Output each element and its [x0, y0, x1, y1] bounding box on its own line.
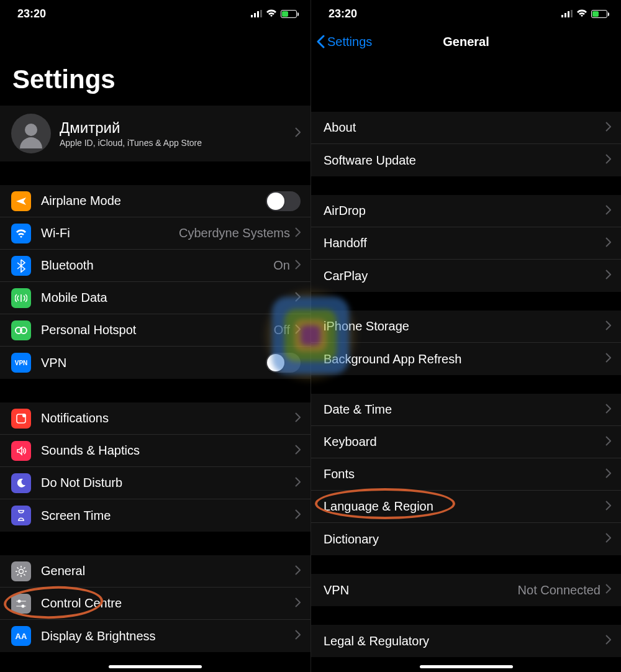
svg-rect-15 — [564, 13, 566, 17]
vpn-toggle[interactable] — [266, 353, 301, 373]
chevron-right-icon — [295, 127, 301, 140]
chevron-right-icon — [605, 122, 611, 134]
control-label: Control Centre — [41, 596, 122, 611]
hotspot-label: Personal Hotspot — [41, 323, 136, 337]
screentime-row[interactable]: Screen Time — [0, 499, 310, 532]
general-group: General Control Centre AA Display & Brig… — [0, 555, 310, 652]
gear-icon — [11, 561, 31, 581]
airplane-toggle[interactable] — [266, 191, 301, 211]
status-right — [251, 7, 297, 20]
chevron-right-icon — [295, 565, 301, 578]
mobile-label: Mobile Data — [41, 291, 107, 305]
back-button[interactable]: Settings — [316, 35, 372, 49]
chevron-right-icon — [605, 468, 611, 481]
chevron-right-icon — [295, 260, 301, 272]
screentime-label: Screen Time — [41, 509, 111, 523]
profile-text: Дмитрий Apple ID, iCloud, iTunes & App S… — [60, 119, 202, 148]
page-title: Settings — [0, 27, 310, 106]
bg-refresh-row[interactable]: Background App Refresh — [311, 343, 621, 375]
antenna-icon — [11, 288, 31, 308]
chevron-right-icon — [295, 324, 301, 337]
wifi-icon — [576, 7, 587, 20]
svg-point-8 — [22, 414, 26, 417]
status-time: 23:20 — [329, 7, 357, 20]
profile-row[interactable]: Дмитрий Apple ID, iCloud, iTunes & App S… — [0, 106, 310, 161]
chevron-right-icon — [295, 227, 301, 240]
software-label: Software Update — [324, 153, 416, 168]
dnd-row[interactable]: Do Not Disturb — [0, 467, 310, 499]
storage-label: iPhone Storage — [324, 319, 409, 334]
vpn-group: VPNNot Connected — [311, 574, 621, 606]
svg-rect-11 — [16, 601, 26, 602]
svg-rect-2 — [257, 11, 259, 17]
bluetooth-value: On — [273, 258, 290, 273]
phone-settings: 23:20 Settings Дмитрий Apple ID, iCloud,… — [0, 0, 310, 672]
display-row[interactable]: AA Display & Brightness — [0, 620, 310, 652]
vpn-general-row[interactable]: VPNNot Connected — [311, 574, 621, 606]
wifi-settings-icon — [11, 224, 31, 243]
about-label: About — [324, 120, 356, 135]
wifi-icon — [266, 7, 277, 20]
home-indicator[interactable] — [109, 665, 202, 668]
dnd-label: Do Not Disturb — [41, 476, 122, 490]
sliders-icon — [11, 594, 31, 614]
chevron-right-icon — [295, 597, 301, 610]
fonts-row[interactable]: Fonts — [311, 458, 621, 491]
sounds-icon — [11, 441, 31, 461]
date-time-row[interactable]: Date & Time — [311, 394, 621, 426]
hotspot-row[interactable]: Personal Hotspot Off — [0, 314, 310, 347]
about-row[interactable]: About — [311, 112, 621, 144]
svg-point-9 — [19, 569, 24, 573]
legal-row[interactable]: Legal & Regulatory — [311, 625, 621, 657]
carplay-row[interactable]: CarPlay — [311, 260, 621, 292]
hotspot-value: Off — [274, 323, 290, 337]
notifications-label: Notifications — [41, 411, 109, 425]
profile-name: Дмитрий — [60, 119, 202, 137]
chevron-right-icon — [605, 584, 611, 596]
sounds-label: Sounds & Haptics — [41, 443, 140, 458]
vpn-value: Not Connected — [518, 583, 601, 597]
control-centre-row[interactable]: Control Centre — [0, 588, 310, 620]
sounds-row[interactable]: Sounds & Haptics — [0, 435, 310, 467]
back-label: Settings — [327, 35, 372, 49]
chevron-right-icon — [605, 154, 611, 166]
wifi-row[interactable]: Wi-Fi Cyberdyne Systems — [0, 217, 310, 250]
notifications-row[interactable]: Notifications — [0, 402, 310, 435]
wifi-label: Wi-Fi — [41, 226, 70, 240]
chevron-right-icon — [605, 635, 611, 647]
language-region-row[interactable]: Language & Region — [311, 491, 621, 523]
vpn-general-label: VPN — [324, 583, 349, 597]
lang-label: Language & Region — [324, 499, 433, 514]
chevron-right-icon — [605, 404, 611, 416]
nav-bar: Settings General — [311, 27, 621, 56]
cellular-icon — [251, 7, 262, 20]
bluetooth-row[interactable]: Bluetooth On — [0, 250, 310, 282]
status-time: 23:20 — [17, 7, 46, 20]
general-row[interactable]: General — [0, 555, 310, 588]
airplane-icon — [11, 191, 31, 211]
airdrop-row[interactable]: AirDrop — [311, 195, 621, 227]
chevron-right-icon — [295, 412, 301, 425]
phone-general: 23:20 Settings General About Software Up… — [310, 0, 621, 672]
svg-rect-14 — [561, 15, 563, 17]
battery-icon — [591, 10, 607, 18]
dictionary-row[interactable]: Dictionary — [311, 523, 621, 555]
keyboard-row[interactable]: Keyboard — [311, 426, 621, 458]
software-update-row[interactable]: Software Update — [311, 144, 621, 176]
mobile-data-row[interactable]: Mobile Data — [0, 282, 310, 314]
handoff-row[interactable]: Handoff — [311, 227, 621, 260]
chevron-right-icon — [605, 270, 611, 282]
chevron-right-icon — [605, 320, 611, 333]
about-group: About Software Update — [311, 112, 621, 176]
notifications-icon — [11, 409, 31, 429]
home-indicator[interactable] — [420, 665, 513, 668]
airplane-label: Airplane Mode — [41, 194, 121, 208]
chevron-right-icon — [605, 436, 611, 448]
chevron-right-icon — [605, 533, 611, 545]
storage-row[interactable]: iPhone Storage — [311, 311, 621, 343]
chevron-left-icon — [316, 35, 325, 48]
wifi-value: Cyberdyne Systems — [179, 226, 290, 240]
airplane-row[interactable]: Airplane Mode — [0, 185, 310, 217]
vpn-icon: VPN — [11, 353, 31, 373]
vpn-row[interactable]: VPN VPN — [0, 347, 310, 379]
